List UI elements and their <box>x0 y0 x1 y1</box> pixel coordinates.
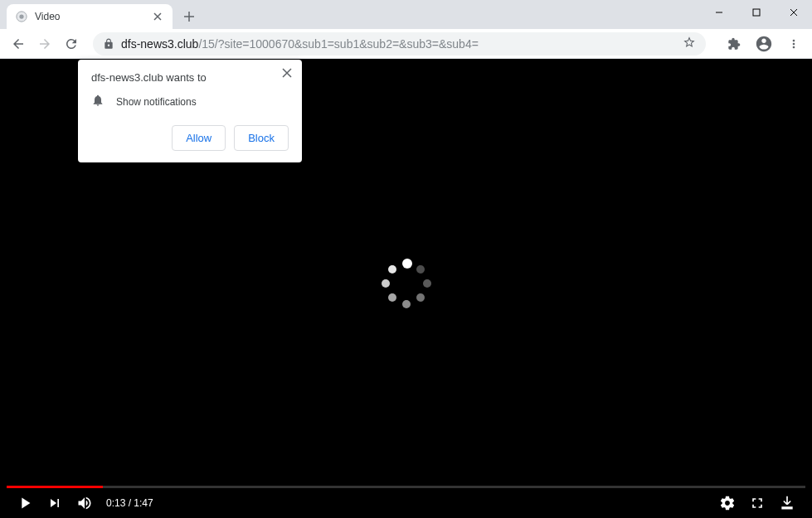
reload-button[interactable] <box>60 32 83 56</box>
profile-button[interactable] <box>752 32 776 56</box>
close-window-button[interactable] <box>775 0 812 25</box>
download-button[interactable] <box>772 488 802 518</box>
bookmark-star-icon[interactable] <box>683 36 696 52</box>
next-button[interactable] <box>40 488 70 518</box>
popup-title: dfs-news3.club wants to <box>91 71 289 84</box>
fullscreen-button[interactable] <box>742 488 772 518</box>
block-button[interactable]: Block <box>234 125 289 151</box>
play-button[interactable] <box>10 488 40 518</box>
svg-point-1 <box>19 14 23 18</box>
minimize-button[interactable] <box>700 0 737 25</box>
window-controls <box>700 0 812 25</box>
maximize-button[interactable] <box>737 0 775 25</box>
notification-permission-popup: dfs-news3.club wants to Show notificatio… <box>78 60 302 162</box>
tab-favicon <box>15 10 28 23</box>
lock-icon <box>103 37 116 51</box>
settings-button[interactable] <box>712 488 742 518</box>
new-tab-button[interactable] <box>177 5 201 28</box>
allow-button[interactable]: Allow <box>172 125 226 151</box>
browser-toolbar: dfs-news3.club /15/?site=1000670&sub1=su… <box>0 29 812 59</box>
url-path: /15/?site=1000670&sub1=sub1&sub2=&sub3=&… <box>198 37 478 51</box>
browser-titlebar: Video <box>0 0 812 29</box>
back-button[interactable] <box>7 32 30 56</box>
toolbar-right <box>722 32 805 56</box>
bell-icon <box>91 94 105 110</box>
svg-rect-2 <box>753 9 760 16</box>
forward-button[interactable] <box>33 32 56 56</box>
volume-button[interactable] <box>70 488 100 518</box>
extensions-button[interactable] <box>722 32 746 56</box>
tab-title: Video <box>35 11 151 22</box>
video-controls: 0:13 / 1:47 <box>0 488 812 518</box>
popup-close-button[interactable] <box>279 65 295 81</box>
address-bar[interactable]: dfs-news3.club /15/?site=1000670&sub1=su… <box>93 32 706 56</box>
url-domain: dfs-news3.club <box>121 37 198 51</box>
tab-close-button[interactable] <box>151 10 164 23</box>
popup-buttons: Allow Block <box>91 125 289 151</box>
popup-permission-row: Show notifications <box>91 94 289 110</box>
menu-button[interactable] <box>782 32 805 56</box>
loading-spinner <box>382 259 431 308</box>
browser-tab[interactable]: Video <box>7 4 173 29</box>
popup-permission-text: Show notifications <box>116 96 197 108</box>
video-time-display: 0:13 / 1:47 <box>106 497 153 509</box>
